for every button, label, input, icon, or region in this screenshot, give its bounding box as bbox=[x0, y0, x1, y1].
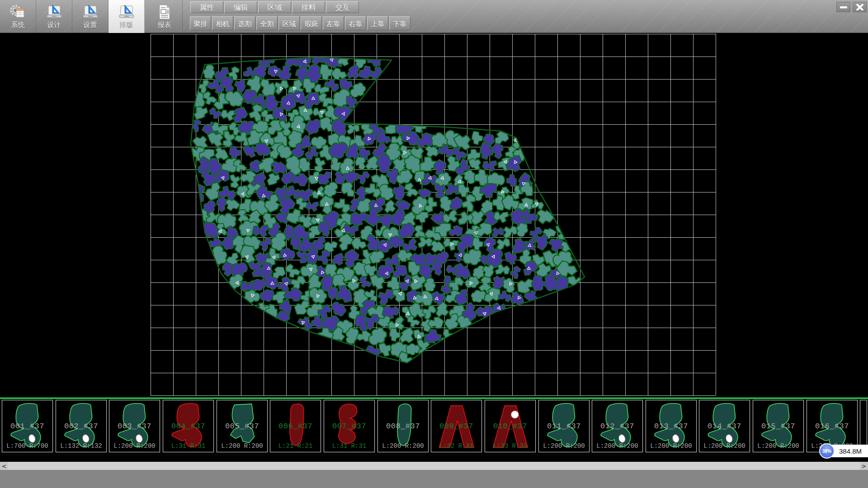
menu-tab-2[interactable]: 区域 bbox=[258, 1, 291, 13]
nested-pieces bbox=[186, 49, 585, 371]
tray-piece-cell-1[interactable]: 001_#37L:700 R:700 bbox=[2, 400, 53, 452]
action-button-9[interactable]: 下靠 bbox=[389, 16, 410, 30]
piece-name: 016_#37 bbox=[807, 422, 857, 431]
piece-lr-info: L:200 R:200 bbox=[753, 442, 803, 450]
action-button-8[interactable]: 上靠 bbox=[367, 16, 388, 30]
system-gear-icon bbox=[9, 4, 27, 20]
settings-laptop-ruler-icon bbox=[81, 4, 99, 20]
menu-tab-bar: 属性编辑区域排料交互 bbox=[190, 1, 359, 13]
action-button-bar: 聚排相机选割全割区域瑕疵左靠右靠上靠下靠 bbox=[190, 16, 410, 30]
tray-piece-cell-9[interactable]: 009_#37L:32 R:31 bbox=[431, 400, 482, 452]
piece-name: 013_#37 bbox=[646, 422, 696, 431]
piece-name: 005_#37 bbox=[217, 422, 267, 431]
tray-piece-cell-8[interactable]: 008_#37L:200 R:200 bbox=[377, 400, 429, 452]
action-button-1[interactable]: 相机 bbox=[212, 16, 233, 30]
piece-name: 004_#37 bbox=[163, 422, 213, 431]
settings-button-label: 设置 bbox=[84, 21, 97, 29]
piece-lr-info: L:200 R:200 bbox=[378, 442, 428, 450]
piece-name: 009_#37 bbox=[431, 422, 481, 431]
piece-name: 007_#37 bbox=[324, 422, 374, 431]
nesting-laptop-ruler-icon bbox=[118, 4, 136, 20]
piece-lr-info: L:132 R:132 bbox=[56, 442, 106, 450]
nesting-button[interactable]: 排版 bbox=[108, 0, 145, 33]
piece-lr-info: L:200 R:200 bbox=[539, 442, 589, 450]
progress-circle: 38% bbox=[819, 443, 835, 459]
tray-piece-cell-3[interactable]: 003_#37L:200 R:200 bbox=[109, 400, 160, 452]
tray-piece-cell-6[interactable]: 006_#37L:21 R:21 bbox=[270, 400, 321, 452]
system-button-label: 系统 bbox=[11, 21, 25, 29]
progress-percent: 38% bbox=[822, 449, 831, 454]
report-button[interactable]: 报表 bbox=[146, 0, 183, 33]
menu-tab-4[interactable]: 交互 bbox=[326, 1, 359, 13]
piece-lr-info: L:32 R:31 bbox=[431, 442, 481, 450]
tray-piece-cell-4[interactable]: 004_#37L:31 R:31 bbox=[163, 400, 214, 452]
piece-name: 011_#37 bbox=[539, 422, 589, 431]
piece-name: 002_#37 bbox=[56, 422, 106, 431]
main-button-group: 系统 设计 bbox=[0, 0, 183, 33]
tray-piece-cell-5[interactable]: 005_#37L:200 R:200 bbox=[217, 400, 268, 452]
horizontal-scrollbar[interactable]: < > bbox=[0, 462, 868, 470]
settings-button[interactable]: 设置 bbox=[72, 0, 108, 33]
minimize-button[interactable] bbox=[836, 2, 850, 12]
nesting-canvas[interactable] bbox=[0, 33, 868, 397]
tray-piece-cell-12[interactable]: 012_#37L:200 R:200 bbox=[592, 400, 643, 452]
application-window: 系统 设计 bbox=[0, 0, 868, 488]
status-badge: 384.8M 38% bbox=[819, 443, 868, 459]
action-button-2[interactable]: 选割 bbox=[234, 16, 255, 30]
close-button[interactable] bbox=[853, 2, 867, 12]
tray-piece-cell-14[interactable]: 014_#37L:200 R:200 bbox=[699, 400, 750, 452]
piece-name: 014_#37 bbox=[699, 422, 750, 431]
design-button[interactable]: 设计 bbox=[36, 0, 72, 33]
nesting-canvas-area bbox=[0, 33, 868, 397]
piece-name: 012_#37 bbox=[592, 422, 642, 431]
piece-name: 006_#37 bbox=[270, 422, 321, 431]
piece-lr-info: L:200 R:200 bbox=[217, 442, 267, 450]
piece-lr-info: L:21 R:21 bbox=[270, 442, 321, 450]
scroll-left-button[interactable]: < bbox=[0, 462, 8, 470]
pieces-tray: 001_#37L:700 R:700002_#37L:132 R:132003_… bbox=[0, 399, 868, 456]
piece-name: 001_#37 bbox=[2, 422, 52, 431]
system-button[interactable]: 系统 bbox=[0, 0, 36, 33]
tray-piece-cell-13[interactable]: 013_#37L:200 R:200 bbox=[646, 400, 697, 452]
action-button-3[interactable]: 全割 bbox=[256, 16, 278, 30]
scroll-left-icon: < bbox=[2, 463, 7, 469]
design-laptop-ruler-icon bbox=[45, 4, 63, 20]
window-controls bbox=[836, 2, 867, 12]
piece-lr-info: L:200 R:200 bbox=[109, 442, 160, 450]
tray-piece-cell-15[interactable]: 015_#37L:200 R:200 bbox=[753, 400, 804, 452]
piece-lr-info: L:31 R:31 bbox=[324, 442, 374, 450]
piece-name: 010_#37 bbox=[485, 422, 535, 431]
menu-tab-0[interactable]: 属性 bbox=[190, 1, 223, 13]
action-button-5[interactable]: 瑕疵 bbox=[301, 16, 322, 30]
toolbar: 系统 设计 bbox=[0, 0, 868, 33]
piece-lr-info: L:200 R:200 bbox=[699, 442, 750, 450]
menu-tab-3[interactable]: 排料 bbox=[292, 1, 325, 13]
piece-lr-info: L:33 R:33 bbox=[485, 442, 535, 450]
design-button-label: 设计 bbox=[47, 21, 61, 29]
piece-lr-info: L:200 R:200 bbox=[646, 442, 696, 450]
tray-piece-cell-10[interactable]: 010_#37L:33 R:33 bbox=[485, 400, 536, 452]
piece-lr-info: L:200 R:200 bbox=[592, 442, 642, 450]
piece-name: 003_#37 bbox=[109, 422, 160, 431]
action-button-4[interactable]: 区域 bbox=[278, 16, 300, 30]
tray-piece-cell-11[interactable]: 011_#37L:200 R:200 bbox=[538, 400, 590, 452]
minimize-icon bbox=[840, 4, 848, 10]
memory-value: 384.8M bbox=[839, 447, 862, 455]
piece-lr-info: L:31 R:31 bbox=[163, 442, 213, 450]
scroll-right-icon: > bbox=[862, 463, 867, 469]
action-button-0[interactable]: 聚排 bbox=[190, 16, 211, 30]
piece-lr-info: L:700 R:700 bbox=[2, 442, 52, 450]
menu-tab-1[interactable]: 编辑 bbox=[224, 1, 257, 13]
nesting-button-label: 排版 bbox=[120, 21, 133, 29]
piece-name: 008_#37 bbox=[378, 422, 428, 431]
action-button-7[interactable]: 右靠 bbox=[345, 16, 366, 30]
tray-piece-cell-2[interactable]: 002_#37L:132 R:132 bbox=[56, 400, 107, 452]
piece-name: 015_#37 bbox=[753, 422, 803, 431]
tray-piece-cell-7[interactable]: 007_#37L:31 R:31 bbox=[324, 400, 375, 452]
report-document-icon bbox=[156, 4, 174, 20]
close-icon bbox=[856, 4, 863, 10]
scroll-right-button[interactable]: > bbox=[860, 462, 868, 470]
status-bar bbox=[0, 470, 868, 488]
action-button-6[interactable]: 左靠 bbox=[323, 16, 344, 30]
report-button-label: 报表 bbox=[158, 21, 171, 29]
